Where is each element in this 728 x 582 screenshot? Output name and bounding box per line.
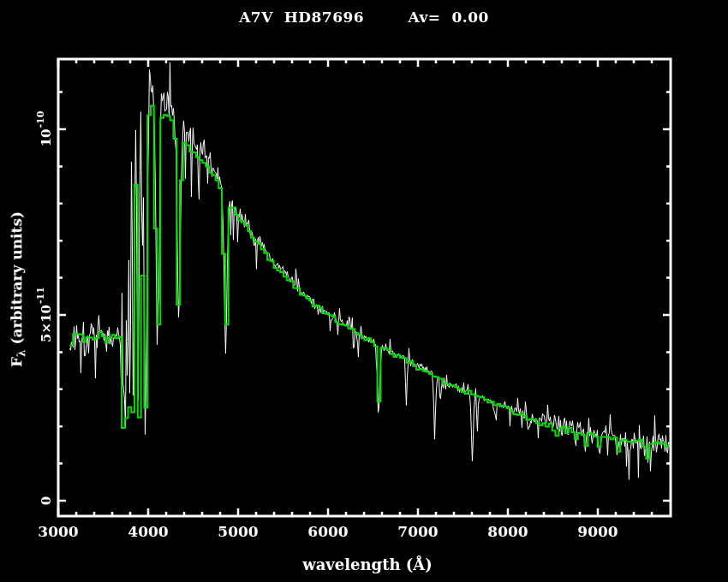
y-axis-label-f: F bbox=[8, 357, 25, 367]
y-axis-label-lambda: λ bbox=[16, 350, 28, 357]
y-axis-label-units: (arbitrary units) bbox=[8, 211, 25, 350]
x-axis-label: wavelength (Å) bbox=[302, 555, 433, 573]
y-axis-label: Fλ (arbitrary units) bbox=[8, 211, 27, 367]
spectrum-plot-canvas bbox=[0, 0, 728, 582]
chart-title: A7V HD87696 Av= 0.00 bbox=[0, 9, 728, 26]
spectrum-chart: A7V HD87696 Av= 0.00 Fλ (arbitrary units… bbox=[0, 0, 728, 582]
